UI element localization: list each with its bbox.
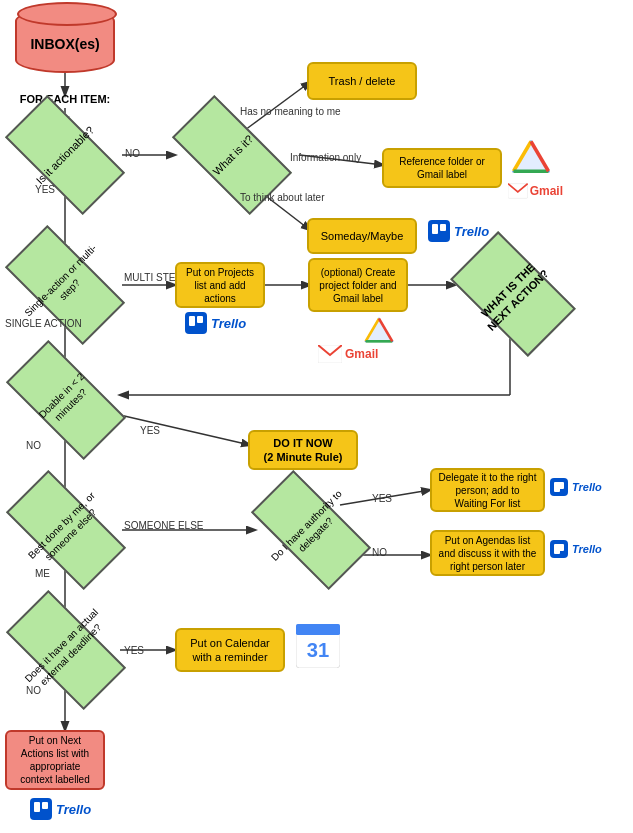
inbox-label: INBOX(es) — [30, 35, 99, 53]
trello-projects: Trello — [185, 312, 246, 336]
me-label: ME — [35, 568, 50, 579]
reference-node: Reference folder or Gmail label — [382, 148, 502, 188]
svg-marker-28 — [366, 319, 393, 342]
multi-step-label: MULTI STEP — [124, 272, 182, 283]
google-drive-icon — [510, 138, 552, 180]
for-each-label: FOR EACH ITEM: — [10, 90, 120, 108]
no-label-doable: NO — [26, 440, 41, 451]
trash-node: Trash / delete — [307, 62, 417, 100]
calendar-node: Put on Calendar with a reminder — [175, 628, 285, 672]
do-now-node: DO IT NOW (2 Minute Rule) — [248, 430, 358, 470]
no-label-delegate: NO — [372, 547, 387, 558]
svg-marker-22 — [514, 142, 549, 172]
google-drive-optional — [363, 316, 395, 348]
info-only-label: Information only — [290, 152, 361, 163]
projects-node: Put on Projects list and add actions — [175, 262, 265, 308]
gmail-icon-reference: Gmail — [508, 180, 563, 202]
trello-someday: Trello — [428, 220, 489, 244]
no-label-actionable: NO — [125, 148, 140, 159]
yes-label-deadline: YES — [124, 645, 144, 656]
external-deadline-diamond: Does it have an actual external deadline… — [10, 615, 122, 685]
svg-text:31: 31 — [307, 639, 329, 661]
agendas-node: Put on Agendas list and discuss it with … — [430, 530, 545, 576]
yes-label-delegate: YES — [372, 493, 392, 504]
next-actions-node: Put on Next Actions list with appropriat… — [5, 730, 105, 790]
best-done-diamond: Best done by me, or someone else? — [10, 495, 122, 565]
trello-delegate: Trello — [550, 478, 602, 498]
delegate-diamond: Do I have authority to delegate? — [255, 495, 367, 565]
what-is-it-diamond: What is it? — [175, 120, 290, 190]
single-action-label: SINGLE ACTION — [5, 318, 82, 329]
trello-bottom: Trello — [30, 798, 91, 822]
delegate-person-node: Delegate it to the right person; add to … — [430, 468, 545, 512]
optional-folder-node: (optional) Create project folder and Gma… — [308, 258, 408, 312]
next-action-diamond: WHAT IS THE NEXT ACTION? — [453, 255, 573, 335]
actionable-diamond: Is it actionable? — [10, 120, 120, 190]
yes-label-doable: YES — [140, 425, 160, 436]
someday-node: Someday/Maybe — [307, 218, 417, 254]
someone-else-label: SOMEONE ELSE — [124, 520, 203, 531]
svg-rect-34 — [296, 624, 340, 635]
gmail-optional: Gmail — [318, 345, 378, 363]
trello-agendas: Trello — [550, 540, 602, 560]
inbox-node: INBOX(es) — [15, 8, 115, 73]
single-multi-diamond: Single-action or multi-step? — [10, 250, 120, 320]
no-label-deadline: NO — [26, 685, 41, 696]
google-calendar-icon: 31 — [296, 624, 340, 668]
has-no-meaning-label: Has no meaning to me — [240, 106, 341, 117]
yes-label-actionable: YES — [35, 184, 55, 195]
think-later-label: To think about later — [240, 192, 325, 203]
doable-diamond: Doable in < 2 minutes? — [10, 365, 122, 435]
